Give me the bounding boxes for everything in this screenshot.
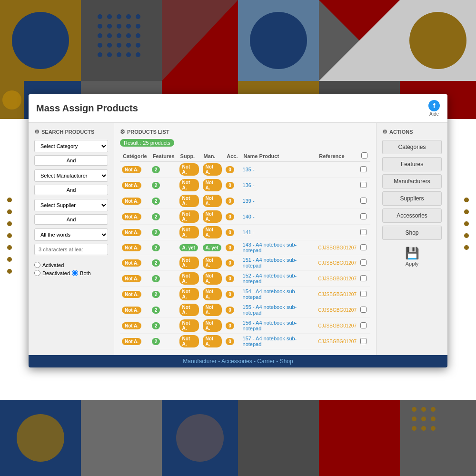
- acc-badge: 0: [226, 213, 234, 220]
- col-categorie: Catégorie: [120, 150, 150, 162]
- features-button[interactable]: Features: [382, 157, 442, 171]
- product-name-link[interactable]: 151 - A4 notebook sub-notepad: [243, 257, 297, 268]
- and-button-2[interactable]: And: [34, 185, 108, 195]
- col-reference: Reference: [316, 150, 358, 162]
- table-row: Not A. 2 Not A. Not A. 0 135 -: [120, 162, 370, 178]
- supp-badge: A. yet: [179, 244, 198, 251]
- select-all-checkbox[interactable]: [361, 152, 367, 159]
- man-badge: Not A.: [203, 288, 222, 300]
- manufacturer-select[interactable]: Select Manufacturer: [34, 169, 108, 182]
- activated-label: Activated: [42, 262, 64, 268]
- col-check: [358, 150, 370, 162]
- and-button-3[interactable]: And: [34, 214, 108, 225]
- both-label: Both: [80, 270, 91, 276]
- product-name-link[interactable]: 157 - A4 notebook sub-notepad: [243, 336, 297, 347]
- product-name-link[interactable]: 155 - A4 notebook sub-notepad: [243, 304, 297, 316]
- product-name-link[interactable]: 140 -: [243, 214, 255, 219]
- cat-badge: Not A.: [122, 338, 141, 345]
- row-checkbox[interactable]: [360, 182, 367, 188]
- row-checkbox[interactable]: [360, 244, 367, 250]
- feat-badge: 2: [152, 198, 160, 205]
- row-checkbox[interactable]: [360, 338, 367, 344]
- search-panel-title: SEARCH PRODUCTS: [34, 129, 108, 135]
- row-checkbox[interactable]: [360, 259, 367, 266]
- supp-badge: Not A.: [179, 319, 199, 332]
- table-row: Not A. 2 Not A. Not A. 0 139 -: [120, 193, 370, 209]
- product-name-link[interactable]: 141 -: [243, 229, 255, 235]
- activated-row: Activated: [34, 262, 108, 268]
- supplier-select[interactable]: Select Supplier: [34, 199, 108, 211]
- supp-badge: Not A.: [179, 335, 199, 347]
- product-name-link[interactable]: 156 - A4 notebook sub-notepad: [243, 320, 297, 331]
- modal-overlay: Mass Assign Products f Aide SEARCH PRODU…: [0, 0, 476, 476]
- product-name-link[interactable]: 135 -: [243, 167, 255, 172]
- and-button-1[interactable]: And: [34, 155, 108, 166]
- row-checkbox[interactable]: [360, 229, 367, 235]
- apply-label: Apply: [406, 261, 419, 267]
- cat-badge: Not A.: [122, 244, 141, 251]
- row-checkbox[interactable]: [360, 166, 367, 172]
- result-badge: Result : 25 products: [120, 139, 174, 147]
- manufacturers-button[interactable]: Manufacturers: [382, 174, 442, 188]
- table-row: Not A. 2 Not A. Not A. 0 152 - A4 notebo…: [120, 271, 370, 287]
- row-checkbox[interactable]: [360, 291, 367, 297]
- table-row: Not A. 2 Not A. Not A. 0 141 -: [120, 225, 370, 240]
- man-badge: Not A.: [203, 272, 222, 285]
- shop-button[interactable]: Shop: [382, 226, 442, 240]
- row-checkbox[interactable]: [360, 322, 367, 328]
- aide-button[interactable]: f Aide: [428, 100, 440, 117]
- row-checkbox[interactable]: [360, 275, 367, 281]
- row-checkbox[interactable]: [360, 213, 367, 219]
- products-panel: PRODUCTS LIST Result : 25 products Catég…: [114, 123, 376, 355]
- acc-badge: 0: [226, 229, 234, 236]
- cat-badge: Not A.: [122, 275, 141, 282]
- category-select[interactable]: Select Category: [34, 140, 108, 152]
- deactivated-label: Deactivated: [42, 270, 70, 276]
- supp-badge: Not A.: [179, 210, 199, 223]
- row-checkbox[interactable]: [360, 198, 367, 204]
- accessories-button[interactable]: Accessories: [382, 208, 442, 223]
- table-row: Not A. 2 Not A. Not A. 0 140 -: [120, 209, 370, 225]
- acc-badge: 0: [226, 182, 234, 189]
- actions-panel-title: ACTIONS: [382, 129, 442, 135]
- supp-badge: Not A.: [179, 179, 199, 191]
- reference-text: CJJSBGBG01207: [318, 292, 357, 297]
- col-supp: Supp.: [178, 150, 201, 162]
- cat-badge: Not A.: [122, 291, 141, 298]
- product-name-link[interactable]: 152 - A4 notebook sub-notepad: [243, 273, 297, 284]
- man-badge: Not A.: [203, 335, 222, 347]
- apply-section: 💾 Apply: [382, 247, 442, 267]
- acc-badge: 0: [226, 198, 234, 205]
- products-table: Catégorie Features Supp. Man. Acc. Name …: [120, 150, 370, 349]
- row-checkbox[interactable]: [360, 307, 367, 313]
- bottom-bar-text: Manufacturer - Accessories - Carrier - S…: [183, 358, 293, 365]
- man-badge: Not A.: [203, 210, 222, 223]
- keyword-input[interactable]: [34, 244, 108, 255]
- feat-badge: 2: [152, 229, 160, 236]
- feat-badge: 2: [152, 307, 160, 314]
- bottom-bar: Manufacturer - Accessories - Carrier - S…: [29, 355, 447, 367]
- deactivated-radio[interactable]: [34, 270, 40, 276]
- apply-icon: 💾: [405, 247, 419, 260]
- feat-badge: 2: [152, 166, 160, 173]
- categories-button[interactable]: Catégories: [382, 140, 442, 154]
- product-name-link[interactable]: 136 -: [243, 182, 255, 188]
- suppliers-button[interactable]: Suppliers: [382, 191, 442, 206]
- supp-badge: Not A.: [179, 257, 199, 269]
- both-radio[interactable]: [72, 270, 78, 276]
- activated-radio[interactable]: [34, 262, 40, 268]
- product-name-link[interactable]: 143 - A4 notebook sub-notepad: [243, 242, 297, 253]
- product-name-link[interactable]: 154 - A4 notebook sub-notepad: [243, 288, 297, 300]
- cat-badge: Not A.: [122, 213, 141, 220]
- man-badge: Not A.: [203, 195, 222, 207]
- feat-badge: 2: [152, 213, 160, 220]
- man-badge: Not A.: [203, 179, 222, 191]
- feat-badge: 2: [152, 291, 160, 298]
- cat-badge: Not A.: [122, 259, 141, 267]
- words-select[interactable]: All the words: [34, 228, 108, 241]
- table-row: Not A. 2 A. yet A. yet 0 143 - A4 notebo…: [120, 240, 370, 255]
- man-badge: Not A.: [203, 163, 222, 176]
- feat-badge: 2: [152, 259, 160, 267]
- product-name-link[interactable]: 139 -: [243, 198, 255, 204]
- cat-badge: Not A.: [122, 182, 141, 189]
